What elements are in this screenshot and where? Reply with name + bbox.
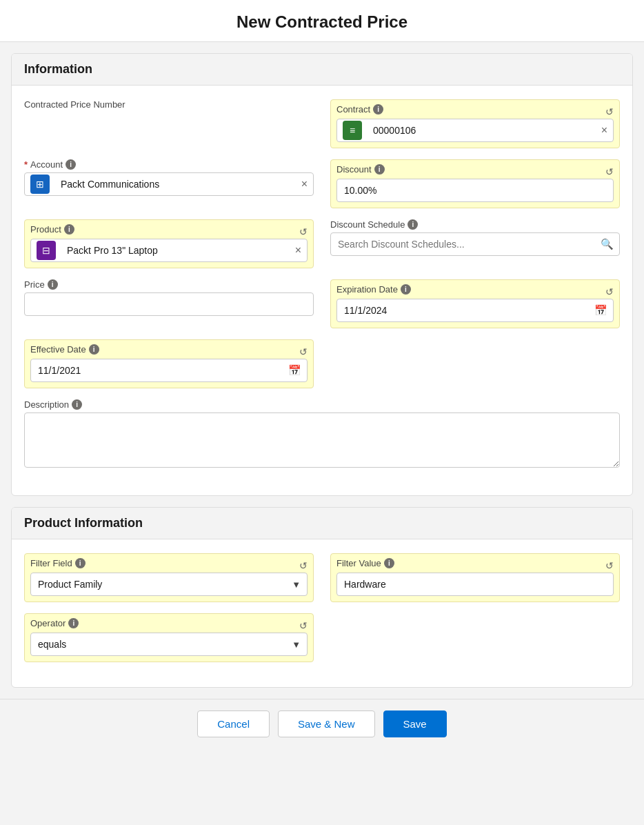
product-info-icon[interactable]: i bbox=[64, 224, 74, 235]
save-button[interactable]: Save bbox=[383, 710, 447, 737]
account-info-icon[interactable]: i bbox=[66, 159, 76, 170]
product-input-wrapper: ⊟ × bbox=[30, 239, 308, 262]
operator-info-icon[interactable]: i bbox=[68, 618, 79, 628]
operator-label: Operator i bbox=[30, 618, 79, 628]
contracted-price-number-field: Contracted Price Number bbox=[24, 99, 314, 148]
information-form-grid: Contracted Price Number Contract i ↺ bbox=[24, 99, 620, 481]
expiration-date-input-wrapper: 📅 bbox=[336, 299, 614, 322]
discount-field: Discount i ↺ bbox=[330, 159, 620, 208]
effective-date-info-icon[interactable]: i bbox=[89, 344, 99, 355]
price-input-wrapper bbox=[24, 292, 314, 316]
operator-field: Operator i ↺ equals not equal contains ▼ bbox=[24, 613, 314, 662]
save-new-button[interactable]: Save & New bbox=[278, 710, 375, 737]
contract-record-icon: ≡ bbox=[343, 121, 362, 140]
filter-field-undo-icon[interactable]: ↺ bbox=[299, 560, 308, 571]
product-input[interactable] bbox=[60, 239, 290, 261]
product-record-icon: ⊟ bbox=[37, 241, 56, 260]
product-icon-prefix: ⊟ bbox=[31, 241, 60, 260]
product-field: Product i ↺ ⊟ × bbox=[24, 219, 314, 268]
contract-input-wrapper: ≡ × bbox=[336, 119, 614, 142]
discount-schedule-input[interactable] bbox=[331, 233, 595, 255]
main-content: Information Contracted Price Number Cont… bbox=[0, 42, 644, 688]
discount-schedule-input-wrapper: 🔍 bbox=[330, 232, 620, 256]
effective-date-input-wrapper: 📅 bbox=[30, 359, 308, 382]
price-info-icon[interactable]: i bbox=[48, 279, 58, 290]
filter-field-label: Filter Field i bbox=[30, 558, 85, 568]
account-label: * Account i bbox=[24, 159, 314, 170]
description-field: Description i bbox=[24, 399, 620, 470]
contract-input[interactable] bbox=[366, 119, 596, 141]
description-textarea[interactable] bbox=[24, 412, 620, 468]
contract-field-header: Contract i ↺ bbox=[336, 104, 614, 119]
account-input-wrapper: ⊞ × bbox=[24, 172, 314, 196]
information-section: Information Contracted Price Number Cont… bbox=[11, 53, 633, 496]
effective-date-input[interactable] bbox=[31, 359, 283, 381]
operator-undo-icon[interactable]: ↺ bbox=[299, 620, 308, 631]
contracted-price-number-empty bbox=[24, 112, 314, 137]
discount-schedule-info-icon[interactable]: i bbox=[407, 219, 418, 230]
expiration-date-field-header: Expiration Date i ↺ bbox=[336, 284, 614, 299]
product-label: Product i bbox=[30, 224, 74, 235]
filter-value-input[interactable] bbox=[337, 573, 613, 595]
operator-right-spacer bbox=[330, 613, 620, 673]
filter-value-field-header: Filter Value i ↺ bbox=[336, 558, 614, 573]
page-title: New Contracted Price bbox=[0, 12, 644, 32]
operator-select[interactable]: equals not equal contains bbox=[30, 633, 308, 656]
filter-value-field: Filter Value i ↺ bbox=[330, 553, 620, 602]
expiration-date-info-icon[interactable]: i bbox=[401, 284, 411, 295]
effective-date-field: Effective Date i ↺ 📅 bbox=[24, 339, 314, 388]
expiration-date-field: Expiration Date i ↺ 📅 bbox=[330, 279, 620, 328]
product-information-section-header: Product Information bbox=[12, 508, 632, 539]
contract-clear-icon[interactable]: × bbox=[596, 125, 613, 136]
filter-value-info-icon[interactable]: i bbox=[384, 558, 394, 568]
information-section-body: Contracted Price Number Contract i ↺ bbox=[12, 86, 632, 495]
account-icon-prefix: ⊞ bbox=[25, 175, 54, 194]
discount-undo-icon[interactable]: ↺ bbox=[605, 166, 614, 177]
operator-field-header: Operator i ↺ bbox=[30, 618, 308, 633]
filter-field-select[interactable]: Product Family Product Product Category bbox=[30, 573, 308, 596]
cancel-button[interactable]: Cancel bbox=[197, 710, 270, 737]
filter-field-select-wrapper: Product Family Product Product Category … bbox=[30, 573, 308, 596]
page-header: New Contracted Price bbox=[0, 0, 644, 42]
effective-date-undo-icon[interactable]: ↺ bbox=[299, 346, 308, 357]
filter-value-undo-icon[interactable]: ↺ bbox=[605, 560, 614, 571]
expiration-date-undo-icon[interactable]: ↺ bbox=[605, 286, 614, 297]
filter-field-info-icon[interactable]: i bbox=[75, 558, 85, 568]
discount-schedule-label: Discount Schedule i bbox=[330, 219, 620, 230]
information-section-header: Information bbox=[12, 54, 632, 86]
operator-select-wrapper: equals not equal contains ▼ bbox=[30, 633, 308, 656]
discount-schedule-search-icon[interactable]: 🔍 bbox=[595, 238, 619, 250]
contract-info-icon[interactable]: i bbox=[373, 104, 383, 115]
product-field-header: Product i ↺ bbox=[30, 224, 308, 239]
discount-input[interactable] bbox=[337, 179, 613, 201]
price-input[interactable] bbox=[25, 293, 313, 315]
discount-label: Discount i bbox=[336, 164, 385, 175]
effective-date-calendar-icon[interactable]: 📅 bbox=[283, 364, 307, 377]
description-info-icon[interactable]: i bbox=[72, 399, 82, 410]
effective-date-label: Effective Date i bbox=[30, 344, 99, 355]
effective-date-right-spacer bbox=[330, 339, 620, 399]
product-information-section: Product Information Filter Field i ↺ P bbox=[11, 507, 633, 688]
product-clear-icon[interactable]: × bbox=[290, 245, 307, 256]
product-information-section-body: Filter Field i ↺ Product Family Product … bbox=[12, 539, 632, 687]
description-label: Description i bbox=[24, 399, 620, 410]
contract-field: Contract i ↺ ≡ × bbox=[330, 99, 620, 148]
discount-info-icon[interactable]: i bbox=[374, 164, 385, 175]
account-record-icon: ⊞ bbox=[30, 175, 50, 194]
information-section-title: Information bbox=[24, 62, 92, 76]
contract-label: Contract i bbox=[336, 104, 383, 115]
expiration-date-calendar-icon[interactable]: 📅 bbox=[589, 304, 613, 317]
account-field: * Account i ⊞ × bbox=[24, 159, 314, 208]
footer: Cancel Save & New Save bbox=[0, 699, 644, 748]
product-undo-icon[interactable]: ↺ bbox=[299, 226, 308, 237]
price-label: Price i bbox=[24, 279, 314, 290]
discount-field-header: Discount i ↺ bbox=[336, 164, 614, 179]
account-input[interactable] bbox=[54, 173, 296, 195]
contract-undo-icon[interactable]: ↺ bbox=[605, 106, 614, 117]
product-information-form-grid: Filter Field i ↺ Product Family Product … bbox=[24, 553, 620, 673]
contracted-price-number-label: Contracted Price Number bbox=[24, 99, 314, 110]
effective-date-field-header: Effective Date i ↺ bbox=[30, 344, 308, 359]
account-clear-icon[interactable]: × bbox=[296, 179, 313, 190]
expiration-date-input[interactable] bbox=[337, 299, 589, 321]
discount-schedule-field: Discount Schedule i 🔍 bbox=[330, 219, 620, 268]
